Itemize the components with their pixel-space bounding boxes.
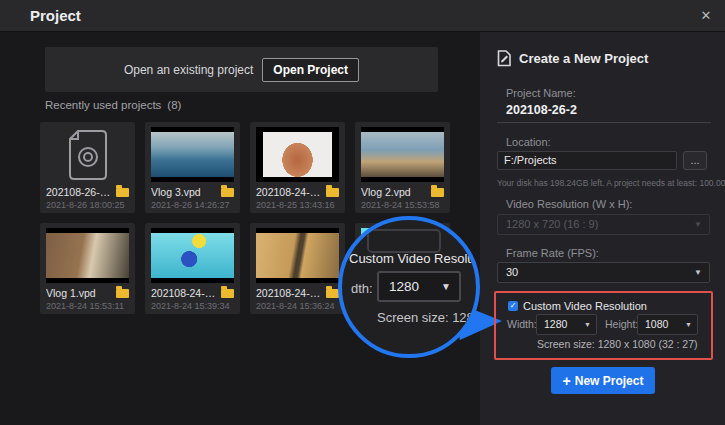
sea-photo (151, 132, 234, 177)
new-project-label: New Project (575, 374, 644, 388)
chevron-down-icon: ▼ (441, 273, 451, 300)
location-label: Location: (506, 136, 551, 148)
project-name-label: Project Name: (506, 87, 576, 99)
project-thumbnail (46, 228, 129, 283)
project-date: 2021-8-24 15:53:11 (40, 299, 135, 311)
custom-resolution-checkbox[interactable]: ✓ (508, 301, 518, 311)
project-dialog: Project ✕ Open an existing project Open … (0, 0, 725, 425)
project-date: 2021-8-24 15:53:58 (355, 198, 450, 210)
open-project-button[interactable]: Open Project (262, 58, 359, 82)
frame-rate-value: 30 (506, 266, 518, 278)
project-tile[interactable]: 202108-24-1.vpd 2021-8-24 15:36:24 (250, 223, 345, 314)
magnified-dropdown-edge (367, 229, 441, 253)
project-tile[interactable]: Vlog 3.vpd 2021-8-26 14:26:27 (145, 122, 240, 213)
project-name: Vlog 1.vpd (46, 287, 112, 299)
new-project-button[interactable]: + New Project (551, 367, 655, 394)
width-dropdown[interactable]: 1280 ▼ (536, 314, 597, 335)
magnified-width-label: dth: (351, 281, 373, 296)
pool-photo (151, 233, 234, 278)
folder-icon[interactable] (221, 289, 234, 298)
folder-icon[interactable] (326, 188, 339, 197)
project-name: 202108-24-1.vpd (256, 287, 322, 299)
magnified-screen-size-text: Screen size: 1280 (377, 310, 480, 325)
panel-header: Create a New Project (497, 50, 648, 67)
custom-resolution-section: ✓ Custom Video Resolution Width: 1280 ▼ … (480, 291, 725, 360)
project-name-input[interactable]: 202108-26-2 (497, 103, 711, 123)
folder-icon[interactable] (116, 188, 129, 197)
folder-icon[interactable] (221, 188, 234, 197)
custom-resolution-label: Custom Video Resolution (523, 300, 647, 312)
project-thumbnail (256, 228, 339, 283)
folder-icon[interactable] (116, 289, 129, 298)
recent-projects-heading: Recently used projects(8) (45, 99, 181, 111)
height-dropdown[interactable]: 1080 ▼ (637, 314, 698, 335)
location-input[interactable]: F:/Projects (497, 151, 677, 170)
project-name: Vlog 2.vpd (361, 186, 427, 198)
chevron-down-icon: ▼ (694, 215, 702, 234)
height-value: 1080 (645, 318, 668, 330)
dialog-title: Project (30, 0, 81, 32)
close-icon[interactable]: ✕ (695, 0, 717, 32)
folder-icon[interactable] (326, 289, 339, 298)
plus-icon: + (563, 373, 571, 389)
frame-rate-dropdown[interactable]: 30 ▼ (497, 262, 710, 283)
desert-photo (256, 233, 339, 278)
project-date: 2021-8-26 14:26:27 (145, 198, 240, 210)
height-label: Height: (605, 318, 638, 330)
chevron-down-icon: ▼ (584, 315, 591, 334)
browse-button[interactable]: ... (683, 151, 707, 170)
project-tile[interactable]: Vlog 1.vpd 2021-8-24 15:53:11 (40, 223, 135, 314)
open-project-banner: Open an existing project Open Project (45, 47, 438, 92)
screen-size-text: Screen size: 1280 x 1080 (32 : 27) (537, 338, 698, 350)
width-label: Width: (507, 318, 537, 330)
vpd-file-icon (68, 130, 108, 180)
title-bar: Project ✕ (0, 0, 725, 32)
project-date: 2021-8-24 15:39:34 (145, 299, 240, 311)
project-tile[interactable]: Vlog 2.vpd 2021-8-24 15:53:58 (355, 122, 450, 213)
coast-photo (361, 132, 444, 177)
project-date: 2021-8-24 15:36:24 (250, 299, 345, 311)
project-name: Vlog 3.vpd (151, 186, 217, 198)
width-value: 1280 (544, 318, 567, 330)
recent-count: (8) (167, 99, 181, 111)
project-date: 2021-8-25 13:43:16 (250, 198, 345, 210)
project-thumbnail (151, 127, 234, 182)
project-name: 202108-26-1.vpd (46, 186, 112, 198)
project-thumbnail (151, 228, 234, 283)
panel-title: Create a New Project (519, 51, 648, 66)
project-date: 2021-8-26 18:00:25 (40, 198, 135, 210)
project-tile[interactable]: 202108-26-1.vpd 2021-8-26 18:00:25 (40, 122, 135, 213)
recent-label: Recently used projects (45, 99, 161, 111)
vpd-file-icon (46, 127, 129, 182)
portrait-photo (263, 132, 332, 177)
chevron-down-icon: ▼ (694, 263, 702, 282)
project-tile[interactable]: 202108-24-3.vpd 2021-8-24 15:39:34 (145, 223, 240, 314)
magnified-width-value: 1280 (389, 279, 419, 294)
project-name: 202108-24-0.vpd (256, 186, 322, 198)
dog-photo (46, 233, 129, 278)
magnified-custom-resolution-label: Custom Video Resolution (349, 251, 480, 266)
open-existing-label: Open an existing project (124, 63, 253, 77)
magnified-width-dropdown: 1280 ▼ (377, 271, 461, 302)
project-name: 202108-24-3.vpd (151, 287, 217, 299)
folder-icon[interactable] (431, 188, 444, 197)
project-thumbnail (256, 127, 339, 182)
magnifier-circle: Custom Video Resolution dth: 1280 ▼ Scre… (338, 216, 480, 358)
frame-rate-label: Frame Rate (FPS): (506, 247, 599, 259)
new-document-icon (497, 50, 511, 67)
video-resolution-dropdown[interactable]: 1280 x 720 (16 : 9) ▼ (497, 214, 710, 235)
project-thumbnail (361, 127, 444, 182)
video-resolution-value: 1280 x 720 (16 : 9) (506, 218, 598, 230)
project-tile[interactable]: 202108-24-0.vpd 2021-8-25 13:43:16 (250, 122, 345, 213)
disk-space-note: Your disk has 198.24GB left. A project n… (497, 178, 725, 188)
chevron-down-icon: ▼ (685, 315, 692, 334)
video-resolution-label: Video Resolution (W x H): (506, 198, 632, 210)
